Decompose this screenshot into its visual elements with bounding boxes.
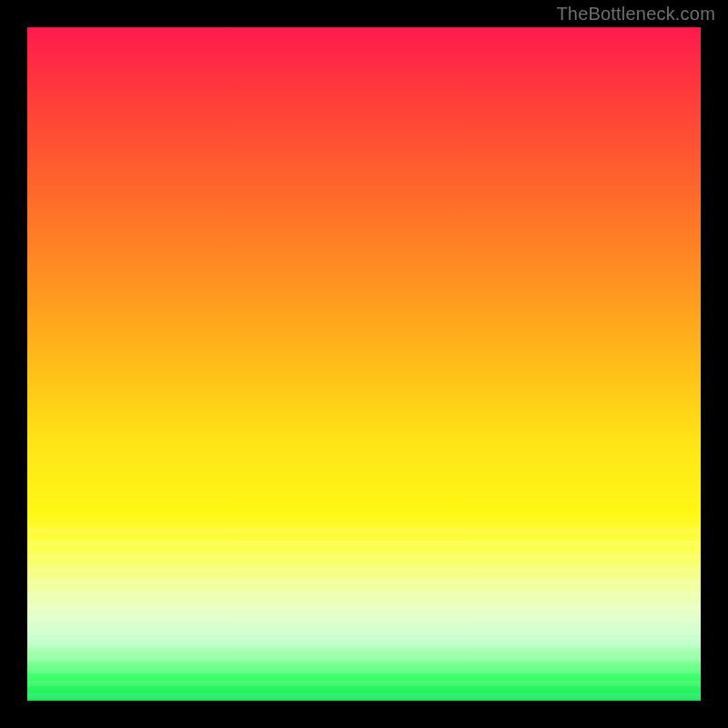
lower-banding	[27, 528, 701, 701]
chart-frame: TheBottleneck.com	[0, 0, 728, 728]
plot-area	[27, 27, 701, 701]
watermark-text: TheBottleneck.com	[556, 4, 715, 25]
